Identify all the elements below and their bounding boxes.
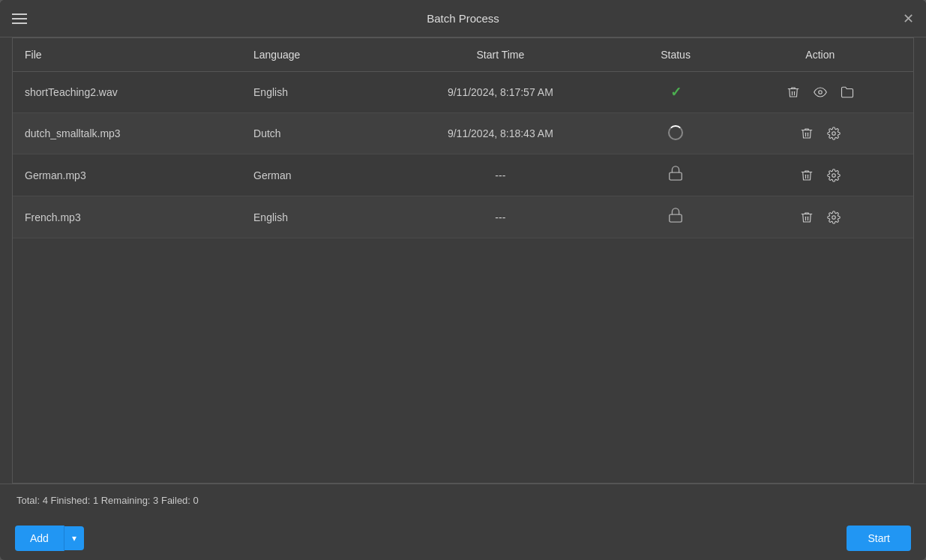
cell-action bbox=[727, 154, 913, 196]
view-button[interactable] bbox=[811, 82, 830, 102]
folder-button[interactable] bbox=[838, 82, 857, 102]
col-header-file: File bbox=[13, 38, 241, 72]
cell-file: shortTeaching2.wav bbox=[13, 72, 241, 113]
status-done-icon: ✓ bbox=[670, 85, 682, 100]
action-icons-row1 bbox=[739, 82, 901, 102]
cell-status bbox=[625, 113, 727, 154]
cell-action bbox=[727, 113, 913, 154]
col-header-language: Language bbox=[241, 38, 376, 72]
cell-start-time: 9/11/2024, 8:18:43 AM bbox=[376, 113, 624, 154]
start-button[interactable]: Start bbox=[847, 526, 911, 551]
status-queued-icon bbox=[667, 169, 684, 184]
window-title: Batch Process bbox=[427, 12, 499, 25]
cell-action bbox=[727, 72, 913, 113]
batch-process-window: Batch Process ✕ File Language Start Time… bbox=[0, 0, 926, 560]
cell-file: dutch_smalltalk.mp3 bbox=[13, 113, 241, 154]
action-icons-row2 bbox=[739, 124, 901, 143]
col-header-status: Status bbox=[625, 38, 727, 72]
delete-button[interactable] bbox=[784, 82, 803, 102]
status-spinner-icon bbox=[668, 125, 683, 140]
cell-start-time: --- bbox=[376, 154, 624, 196]
cell-language: English bbox=[241, 196, 376, 238]
cell-language: English bbox=[241, 72, 376, 113]
cell-file: French.mp3 bbox=[13, 196, 241, 238]
delete-button[interactable] bbox=[797, 208, 817, 227]
table-row: dutch_smalltalk.mp3 Dutch 9/11/2024, 8:1… bbox=[13, 113, 913, 154]
svg-point-3 bbox=[832, 173, 836, 177]
cell-status: ✓ bbox=[625, 72, 727, 113]
status-queued-icon bbox=[667, 211, 684, 226]
cell-start-time: --- bbox=[376, 196, 624, 238]
settings-button[interactable] bbox=[824, 124, 844, 143]
file-table: File Language Start Time Status Action s… bbox=[13, 38, 913, 238]
footer-actions: Add ▾ Start bbox=[0, 517, 926, 560]
footer-stats: Total: 4 Finished: 1 Remaining: 3 Failed… bbox=[0, 484, 926, 517]
svg-rect-4 bbox=[670, 214, 682, 222]
svg-point-0 bbox=[819, 91, 823, 94]
add-dropdown-button[interactable]: ▾ bbox=[64, 526, 84, 550]
menu-icon[interactable] bbox=[12, 13, 27, 24]
cell-file: German.mp3 bbox=[13, 154, 241, 196]
col-header-start-time: Start Time bbox=[376, 38, 624, 72]
table-row: French.mp3 English --- bbox=[13, 196, 913, 238]
action-icons-row4 bbox=[739, 208, 901, 227]
cell-language: German bbox=[241, 154, 376, 196]
add-button[interactable]: Add bbox=[15, 526, 64, 551]
cell-status bbox=[625, 196, 727, 238]
file-table-container: File Language Start Time Status Action s… bbox=[12, 37, 914, 484]
title-bar: Batch Process ✕ bbox=[0, 0, 926, 37]
cell-start-time: 9/11/2024, 8:17:57 AM bbox=[376, 72, 624, 113]
settings-button[interactable] bbox=[824, 166, 844, 185]
cell-action bbox=[727, 196, 913, 238]
cell-status bbox=[625, 154, 727, 196]
svg-point-1 bbox=[832, 132, 836, 136]
svg-rect-2 bbox=[670, 172, 682, 180]
table-row: German.mp3 German --- bbox=[13, 154, 913, 196]
settings-button[interactable] bbox=[824, 208, 844, 227]
action-icons-row3 bbox=[739, 166, 901, 185]
close-button[interactable]: ✕ bbox=[903, 12, 914, 25]
delete-button[interactable] bbox=[797, 124, 817, 143]
table-row: shortTeaching2.wav English 9/11/2024, 8:… bbox=[13, 72, 913, 113]
svg-point-5 bbox=[832, 215, 836, 219]
stats-text: Total: 4 Finished: 1 Remaining: 3 Failed… bbox=[16, 495, 199, 506]
cell-language: Dutch bbox=[241, 113, 376, 154]
delete-button[interactable] bbox=[797, 166, 817, 185]
col-header-action: Action bbox=[727, 38, 913, 72]
add-button-group: Add ▾ bbox=[15, 526, 84, 551]
